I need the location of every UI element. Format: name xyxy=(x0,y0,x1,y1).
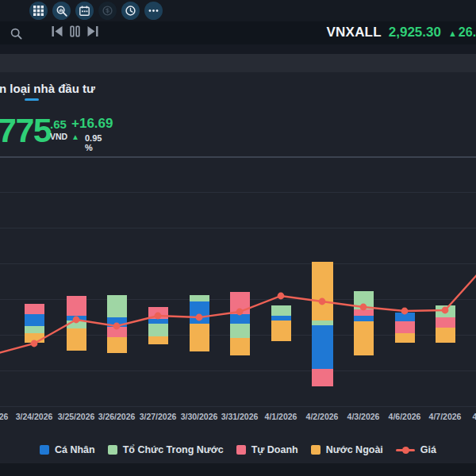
skip-back-button[interactable] xyxy=(51,25,63,37)
x-axis-label: 4/6/2026 xyxy=(389,412,421,421)
index-ticker[interactable]: VNXALL 2,925.30 ▲26.4 xyxy=(327,25,476,40)
legend-line-swatch xyxy=(396,449,415,451)
price-marker[interactable] xyxy=(401,308,409,315)
panel-title[interactable]: n loại nhà đầu tư xyxy=(0,82,95,95)
legend-label: Nước Ngoài xyxy=(326,444,383,455)
x-axis-label: 3/31/2026 xyxy=(221,412,259,421)
price-change: +16.69 xyxy=(71,116,113,132)
price-main: 775 xyxy=(0,114,51,146)
coin-icon xyxy=(102,6,113,16)
header-band xyxy=(0,54,476,72)
playback-controls xyxy=(51,25,99,37)
price-marker[interactable] xyxy=(196,314,203,321)
skip-forward-icon xyxy=(86,25,99,37)
toolbar-button-group xyxy=(29,2,163,20)
price-marker[interactable] xyxy=(236,309,244,316)
x-axis-label: 3/24/2026 xyxy=(16,412,53,421)
skip-forward-button[interactable] xyxy=(86,25,99,37)
price-marker[interactable] xyxy=(73,317,80,324)
legend-swatch-nuoc_ngoai xyxy=(311,445,321,455)
legend-item-ca_nhan[interactable]: Cá Nhân xyxy=(40,444,95,455)
currency-label: VND xyxy=(50,132,67,141)
zoom-chart-icon xyxy=(56,6,67,17)
more-button[interactable] xyxy=(144,2,163,20)
search-icon xyxy=(8,28,24,40)
x-axis-label: 3/23/2026 xyxy=(0,412,8,421)
chart-legend: Cá NhânTổ Chức Trong NướcTự DoanhNước Ng… xyxy=(0,438,476,462)
playback-bar: VNXALL 2,925.30 ▲26.4 xyxy=(0,21,476,44)
legend-line-dot xyxy=(402,447,409,454)
search-button[interactable] xyxy=(8,25,24,41)
index-symbol: VNXALL xyxy=(327,25,382,40)
price-marker[interactable] xyxy=(319,298,326,305)
clock-icon xyxy=(125,6,136,16)
coin-button[interactable] xyxy=(98,2,117,20)
legend-label: Giá xyxy=(420,444,436,455)
pause-button[interactable] xyxy=(69,25,81,37)
index-change: ▲26.4 xyxy=(448,25,476,40)
legend-swatch-ca_nhan xyxy=(40,445,49,455)
legend-swatch-tu_doanh xyxy=(236,445,246,455)
price-line-layer xyxy=(0,156,476,406)
x-axis-label: 3/30/2026 xyxy=(181,412,218,421)
pause-icon xyxy=(69,25,81,37)
index-change-value: 26.4 xyxy=(459,25,476,40)
legend-item-nuoc_ngoai[interactable]: Nước Ngoài xyxy=(311,444,383,455)
x-axis-label: 4/7/2026 xyxy=(429,412,462,421)
up-triangle-icon: ▲ xyxy=(448,29,457,38)
x-axis-label: 4/8/2026 xyxy=(473,412,476,421)
app-window: VNXALL 2,925.30 ▲26.4 n loại nhà đầu tư … xyxy=(0,0,476,476)
legend-item-tu_doanh[interactable]: Tự Doanh xyxy=(236,444,298,455)
x-axis-label: 4/2/2026 xyxy=(306,412,339,421)
x-axis-label: 3/26/2026 xyxy=(98,412,136,421)
price-marker[interactable] xyxy=(155,313,162,320)
legend-label: Tổ Chức Trong Nước xyxy=(123,444,224,455)
grid-icon xyxy=(33,6,44,16)
clock-button[interactable] xyxy=(121,2,140,20)
legend-label: Cá Nhân xyxy=(55,444,95,455)
change-percent: 0.95 % xyxy=(85,133,102,152)
price-marker[interactable] xyxy=(442,307,449,314)
price-marker[interactable] xyxy=(360,304,367,311)
more-icon xyxy=(148,9,159,13)
calendar-button[interactable] xyxy=(75,2,94,20)
index-value: 2,925.30 xyxy=(389,25,441,40)
legend-swatch-to_chuc xyxy=(108,445,117,455)
price-marker[interactable] xyxy=(278,293,285,300)
x-axis-label: 3/27/2026 xyxy=(140,412,177,421)
up-triangle-icon: ▲ xyxy=(71,132,79,141)
price-decimal: .65 xyxy=(50,117,67,131)
zoom-chart-button[interactable] xyxy=(52,2,71,20)
top-toolbar xyxy=(0,0,476,21)
chart-plot-area xyxy=(0,156,476,406)
calendar-icon xyxy=(79,6,90,16)
x-axis-label: 4/3/2026 xyxy=(347,412,380,421)
active-tab-underline xyxy=(25,98,39,101)
price-marker[interactable] xyxy=(31,340,38,347)
skip-back-icon xyxy=(51,25,63,37)
x-axis-label: 3/25/2026 xyxy=(58,412,95,421)
x-axis: 3/23/20263/24/20263/25/20263/26/20263/27… xyxy=(0,412,476,424)
legend-item-to_chuc[interactable]: Tổ Chức Trong Nước xyxy=(108,444,224,455)
x-axis-label: 4/1/2026 xyxy=(265,412,298,421)
divider-gap xyxy=(0,44,476,54)
price-marker[interactable] xyxy=(113,323,121,330)
bottom-bar xyxy=(0,463,476,476)
legend-label: Tự Doanh xyxy=(251,444,298,455)
legend-item-gia[interactable]: Giá xyxy=(396,444,436,455)
grid-button[interactable] xyxy=(29,2,48,20)
gridline xyxy=(0,406,476,407)
